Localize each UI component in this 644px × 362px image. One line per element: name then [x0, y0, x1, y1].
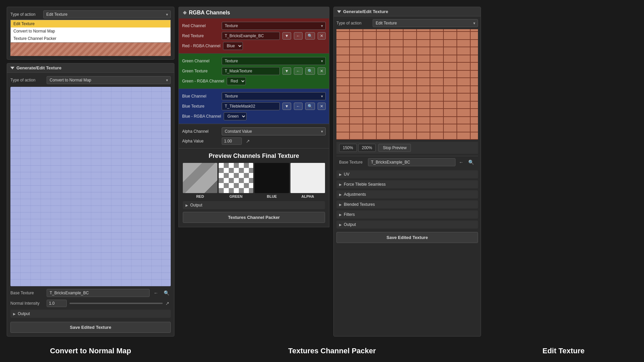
left-type-of-action-select[interactable]: Convert to Normal Map: [47, 76, 171, 84]
green-texture-label: Green Texture: [182, 69, 219, 73]
blue-texture-clear-btn[interactable]: ✕: [318, 103, 326, 110]
dropdown-item-channel-packer[interactable]: Texture Channel Packer: [11, 35, 170, 42]
blue-channel-row: Blue Channel Texture ▼: [182, 92, 326, 100]
red-texture-back-btn[interactable]: ←: [294, 32, 303, 40]
blue-channel-select[interactable]: Texture: [222, 92, 326, 100]
zoom-200-btn[interactable]: 200%: [358, 144, 376, 152]
bottom-label-channel-packer: Textures Channel Packer: [178, 347, 486, 355]
right-base-texture-search-btn[interactable]: 🔍: [467, 159, 475, 166]
middle-output-row[interactable]: ▶ Output: [183, 201, 325, 209]
brick-preview-thumbnail: [10, 43, 171, 56]
right-adjustments-row[interactable]: ▶ Adjustments: [336, 190, 478, 198]
right-uv-row[interactable]: ▶ UV: [336, 170, 478, 178]
right-type-of-action-select[interactable]: Edit Texture: [373, 19, 478, 27]
left-output-label: Output: [18, 311, 30, 316]
green-texture-input[interactable]: [222, 67, 280, 75]
red-texture-search-btn[interactable]: 🔍: [305, 32, 315, 40]
blue-rgba-select[interactable]: Green: [224, 112, 247, 120]
red-texture-input[interactable]: [222, 32, 280, 40]
left-base-texture-select[interactable]: T_BricksExample_BC: [47, 289, 150, 297]
red-channel-select[interactable]: Texture: [222, 22, 326, 30]
right-save-btn[interactable]: Save Edited Texture: [336, 232, 478, 243]
right-force-tileble-label: Force Tileble Seamless: [344, 182, 386, 187]
red-rgba-label: Red - RGBA Channel: [182, 44, 220, 48]
rgba-channels-header: RGBA Channels: [178, 7, 329, 18]
normal-intensity-input[interactable]: [47, 300, 67, 307]
normal-intensity-slider-container: ↗: [69, 300, 171, 307]
right-blended-row[interactable]: ▶ Blended Textures: [336, 200, 478, 208]
left-save-btn[interactable]: Save Edited Texture: [10, 322, 171, 333]
right-type-of-action-label: Type of action: [336, 21, 370, 25]
preview-green-label: GREEN: [229, 194, 243, 198]
left-base-texture-search-btn[interactable]: 🔍: [162, 290, 171, 296]
green-texture-clear-btn[interactable]: ✕: [318, 67, 326, 75]
left-base-texture-label: Base Texture: [10, 291, 44, 295]
red-texture-row: Red Texture ▼ ← 🔍 ✕: [182, 32, 326, 40]
alpha-channel-select-wrapper[interactable]: Constant Value ▼: [222, 127, 326, 135]
blue-channel-select-wrapper[interactable]: Texture ▼: [222, 92, 326, 100]
blue-channel-section: Blue Channel Texture ▼ Blue Texture ▼ ← …: [178, 89, 329, 124]
alpha-value-label: Alpha Value: [182, 139, 219, 143]
preview-alpha-thumb: ALPHA: [290, 163, 325, 198]
middle-output-collapse-icon: ▶: [185, 203, 188, 207]
green-channel-select-wrapper[interactable]: Texture ▼: [222, 57, 326, 65]
left-output-row[interactable]: ▶ Output: [10, 310, 171, 318]
right-filters-row[interactable]: ▶ Filters: [336, 210, 478, 219]
right-uv-label: UV: [344, 172, 350, 177]
stop-preview-btn[interactable]: Stop Preview: [378, 144, 411, 152]
red-rgba-select[interactable]: Blue: [223, 42, 243, 50]
dropdown-item-edit-texture[interactable]: Edit Texture: [11, 20, 170, 27]
right-output-row[interactable]: ▶ Output: [336, 221, 478, 229]
green-channel-select[interactable]: Texture: [222, 57, 326, 65]
green-rgba-select[interactable]: Red: [227, 77, 246, 85]
normal-intensity-expand-btn[interactable]: ↗: [164, 300, 171, 307]
blue-texture-search-btn[interactable]: 🔍: [305, 103, 315, 110]
type-of-action-dropdown-menu[interactable]: Edit Texture Convert to Normal Map Textu…: [10, 20, 171, 43]
panel-collapse-icon[interactable]: [10, 67, 14, 69]
type-of-action-select-wrapper[interactable]: Edit Texture Convert to Normal Map Textu…: [43, 10, 171, 18]
normal-intensity-label: Normal Intensity: [10, 301, 44, 306]
red-texture-label: Red Texture: [182, 34, 219, 38]
zoom-150-btn[interactable]: 150%: [339, 144, 357, 152]
green-channel-section: Green Channel Texture ▼ Green Texture ▼ …: [178, 54, 329, 89]
left-type-of-action-row: Type of action Convert to Normal Map ▼: [10, 76, 171, 84]
red-channel-select-wrapper[interactable]: Texture ▼: [222, 22, 326, 30]
right-adjustments-label: Adjustments: [344, 192, 366, 197]
right-force-tileble-row[interactable]: ▶ Force Tileble Seamless: [336, 180, 478, 188]
blue-texture-row: Blue Texture ▼ ← 🔍 ✕: [182, 102, 326, 110]
left-base-texture-row: Base Texture T_BricksExample_BC ← 🔍: [10, 289, 171, 297]
alpha-channel-select[interactable]: Constant Value: [222, 127, 326, 135]
middle-save-btn[interactable]: Textures Channel Packer: [183, 212, 325, 223]
right-type-of-action-select-wrapper[interactable]: Edit Texture ▼: [373, 19, 478, 27]
red-texture-clear-btn[interactable]: ✕: [318, 32, 326, 40]
green-channel-label: Green Channel: [182, 59, 219, 63]
left-type-of-action-select-wrapper[interactable]: Convert to Normal Map ▼: [47, 76, 171, 84]
red-channel-label: Red Channel: [182, 23, 219, 28]
green-texture-back-btn[interactable]: ←: [294, 67, 303, 75]
left-base-texture-back-btn[interactable]: ←: [152, 290, 160, 296]
gen-edit-panel-body: Type of action Convert to Normal Map ▼ B…: [7, 73, 174, 336]
alpha-channel-label: Alpha Channel: [182, 129, 219, 134]
alpha-value-input[interactable]: [222, 137, 242, 145]
alpha-value-expand-btn[interactable]: ↗: [245, 138, 251, 144]
green-rgba-label: Green - RGBA Channel: [182, 79, 224, 83]
blue-texture-back-btn[interactable]: ←: [294, 103, 303, 110]
right-panel-collapse-icon[interactable]: [337, 10, 341, 13]
normal-intensity-slider[interactable]: [69, 303, 163, 304]
bottom-labels-row: Convert to Normal Map Textures Channel P…: [0, 343, 644, 362]
right-brick-preview: [336, 29, 478, 140]
type-of-action-select[interactable]: Edit Texture Convert to Normal Map Textu…: [43, 10, 171, 18]
right-base-texture-select[interactable]: T_BricksExample_BC: [368, 158, 455, 166]
right-base-texture-back-btn[interactable]: ←: [458, 159, 465, 166]
gen-edit-panel-header: Generate/Edit Texture: [7, 63, 174, 73]
preview-thumbnails: RED GREEN BLUE ALPHA: [183, 163, 325, 198]
right-panel-body: Type of action Edit Texture ▼ 150% 200% …: [334, 16, 481, 336]
dropdown-item-convert-normal[interactable]: Convert to Normal Map: [11, 27, 170, 35]
green-texture-dropdown-btn[interactable]: ▼: [282, 67, 291, 75]
preview-channels-title: Preview Channels Final Texture: [183, 153, 325, 160]
blue-texture-dropdown-btn[interactable]: ▼: [282, 103, 291, 110]
red-channel-row: Red Channel Texture ▼: [182, 22, 326, 30]
red-texture-dropdown-btn[interactable]: ▼: [282, 32, 291, 40]
green-texture-search-btn[interactable]: 🔍: [305, 67, 315, 75]
blue-texture-input[interactable]: [222, 102, 280, 110]
